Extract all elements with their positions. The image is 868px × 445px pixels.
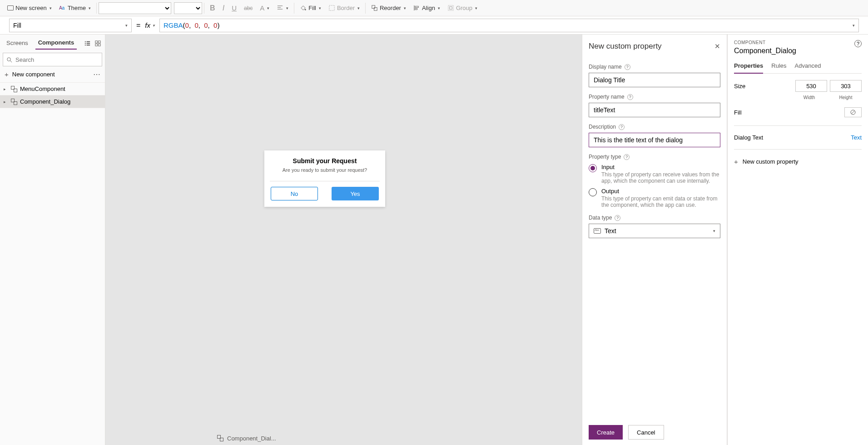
divider — [734, 149, 862, 150]
dialog-text-type[interactable]: Text — [851, 134, 862, 141]
info-icon[interactable]: ? — [854, 40, 862, 47]
create-button[interactable]: Create — [589, 425, 623, 440]
tab-screens[interactable]: Screens — [4, 38, 31, 49]
new-custom-property-button[interactable]: + New custom property — [734, 158, 862, 165]
plus-icon: + — [5, 70, 9, 78]
fill-button[interactable]: Fill ▾ — [296, 2, 325, 15]
svg-point-14 — [7, 57, 11, 61]
tab-rules[interactable]: Rules — [771, 62, 786, 73]
chevron-down-icon: ▾ — [153, 23, 155, 28]
bold-button[interactable]: B — [206, 2, 219, 15]
svg-rect-6 — [415, 6, 419, 8]
property-selector[interactable]: Fill ▾ — [9, 19, 132, 32]
canvas[interactable]: Submit your Request Are you ready to sub… — [105, 35, 582, 445]
dialog-component-preview[interactable]: Submit your Request Are you ready to sub… — [264, 150, 385, 207]
search-icon — [6, 56, 13, 63]
height-sublabel: Height — [830, 95, 862, 100]
description-input[interactable] — [589, 133, 720, 147]
tree-tabs: Screens Components — [0, 35, 105, 50]
radio-output[interactable] — [589, 188, 597, 196]
help-icon[interactable]: ? — [625, 64, 630, 70]
svg-rect-12 — [95, 44, 98, 46]
fx-button[interactable]: fx ▾ — [145, 21, 155, 29]
separator — [365, 3, 366, 14]
svg-rect-8 — [448, 5, 453, 10]
dialog-message: Are you ready to submit your request? — [269, 167, 381, 173]
tab-properties[interactable]: Properties — [734, 62, 763, 74]
chevron-down-icon: ▾ — [404, 6, 406, 10]
text-align-button[interactable]: ▾ — [273, 2, 292, 15]
fill-swatch[interactable] — [844, 107, 862, 117]
border-label: Border — [337, 5, 355, 11]
chevron-down-icon: ▾ — [89, 6, 91, 10]
theme-button[interactable]: Aa Theme ▾ — [55, 2, 94, 15]
list-view-icon[interactable] — [84, 40, 91, 47]
tree-item-menucomponent[interactable]: ▸ MenuComponent — [0, 83, 105, 95]
align-button[interactable]: Align ▾ — [410, 2, 444, 15]
reorder-label: Reorder — [380, 5, 401, 11]
font-family-select[interactable] — [99, 2, 171, 14]
search-box[interactable] — [3, 53, 102, 66]
divider — [734, 125, 862, 126]
formula-text: RGBA(0, 0, 0, 0) — [164, 21, 219, 29]
font-color-button[interactable]: A▾ — [256, 2, 273, 15]
search-input[interactable] — [15, 56, 99, 63]
component-name: Component_Dialog — [734, 47, 862, 55]
tree-item-component-dialog[interactable]: ▸ Component_Dialog — [0, 95, 105, 108]
radio-output-option[interactable]: Output This type of property can emit da… — [589, 188, 720, 208]
display-name-input[interactable] — [589, 73, 720, 87]
help-icon[interactable]: ? — [619, 124, 625, 130]
fx-label: fx — [145, 21, 150, 29]
theme-icon: Aa — [59, 5, 66, 11]
no-fill-icon — [850, 109, 856, 115]
reorder-button[interactable]: Reorder ▾ — [367, 2, 410, 15]
more-icon[interactable]: ⋯ — [93, 70, 100, 79]
radio-output-label: Output — [601, 188, 720, 195]
fill-label: Fill — [734, 109, 844, 116]
italic-button[interactable]: I — [219, 2, 228, 15]
tab-advanced[interactable]: Advanced — [795, 62, 821, 73]
new-screen-button[interactable]: New screen ▾ — [4, 2, 55, 15]
new-component-button[interactable]: + New component ⋯ — [0, 66, 105, 83]
dialog-text-row[interactable]: Dialog Text Text — [734, 134, 862, 141]
radio-input[interactable] — [589, 164, 597, 172]
radio-input-desc: This type of property can receive values… — [601, 171, 720, 184]
formula-input[interactable]: RGBA(0, 0, 0, 0) ▾ — [159, 19, 859, 32]
chevron-right-icon[interactable]: ▸ — [4, 87, 8, 91]
height-input[interactable] — [830, 80, 862, 92]
cancel-button[interactable]: Cancel — [628, 425, 664, 440]
close-button[interactable]: ✕ — [714, 42, 720, 50]
new-custom-property-label: New custom property — [743, 158, 799, 165]
property-name-input[interactable] — [589, 103, 720, 117]
font-size-select[interactable] — [174, 2, 202, 14]
separator — [96, 3, 97, 14]
component-icon — [11, 99, 17, 105]
strikethrough-button[interactable]: abc — [240, 2, 256, 15]
svg-rect-5 — [374, 8, 377, 11]
breadcrumb[interactable]: Component_Dial... — [227, 435, 276, 442]
data-type-value: Text — [605, 227, 616, 235]
new-component-label: New component — [12, 71, 55, 78]
radio-input-option[interactable]: Input This type of property can receive … — [589, 164, 720, 184]
width-input[interactable] — [795, 80, 827, 92]
group-button[interactable]: Group ▾ — [444, 2, 481, 15]
border-icon — [328, 5, 335, 11]
tree-item-label: MenuComponent — [20, 85, 65, 92]
chevron-right-icon[interactable]: ▸ — [4, 100, 8, 104]
svg-point-2 — [305, 9, 306, 10]
tree-view-pane: Screens Components + New component ⋯ ▸ M… — [0, 35, 105, 445]
border-button[interactable]: Border ▾ — [325, 2, 363, 15]
tab-components[interactable]: Components — [35, 37, 77, 50]
fill-icon — [300, 5, 307, 11]
help-icon[interactable]: ? — [627, 94, 633, 100]
chevron-down-icon[interactable]: ▾ — [853, 23, 855, 28]
underline-button[interactable]: U — [228, 2, 240, 15]
dialog-yes-button[interactable]: Yes — [332, 187, 379, 200]
plus-icon: + — [734, 158, 738, 165]
grid-view-icon[interactable] — [94, 40, 101, 47]
help-icon[interactable]: ? — [615, 215, 620, 221]
dialog-no-button[interactable]: No — [271, 187, 318, 200]
equals-label: = — [136, 21, 140, 30]
help-icon[interactable]: ? — [624, 154, 630, 160]
data-type-select[interactable]: Text ▾ — [589, 224, 720, 238]
